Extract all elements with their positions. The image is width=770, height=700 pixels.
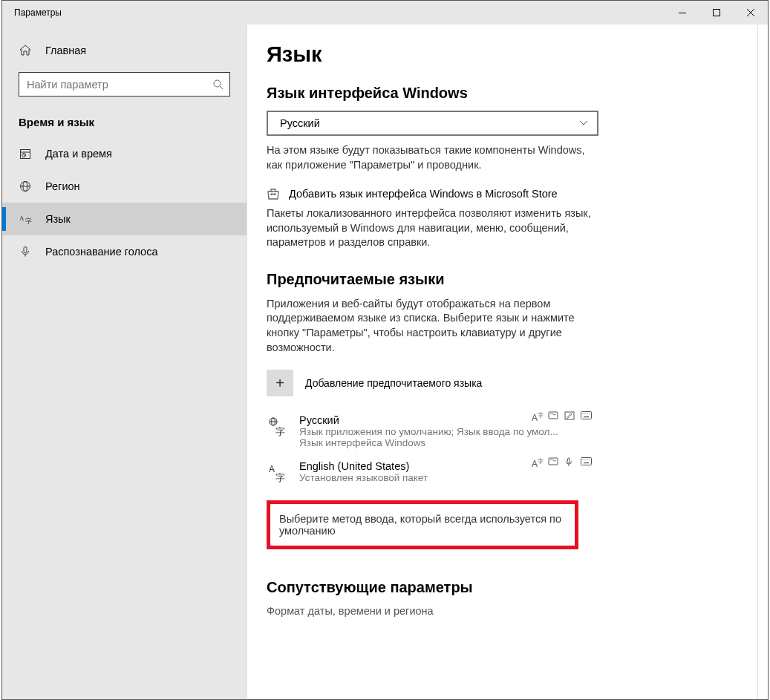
svg-text:A: A	[269, 464, 275, 474]
language-glyph-icon: 字	[267, 416, 289, 438]
close-button[interactable]	[734, 1, 768, 24]
svg-rect-21	[549, 412, 558, 419]
sidebar: Главная Время и язык Дата и время Регион…	[2, 1, 247, 699]
display-language-desc: На этом языке будут показываться такие к…	[267, 143, 601, 172]
globe-icon	[19, 180, 32, 193]
svg-point-35	[582, 459, 583, 459]
mic-icon	[19, 245, 32, 258]
sidebar-item-datetime[interactable]: Дата и время	[2, 137, 247, 170]
search-input[interactable]	[19, 72, 230, 97]
svg-text:字: 字	[25, 217, 32, 225]
plus-icon: +	[267, 370, 293, 396]
svg-point-25	[584, 413, 585, 413]
sidebar-item-language[interactable]: A字 Язык	[2, 203, 247, 235]
maximize-button[interactable]	[699, 1, 734, 24]
language-item-russian[interactable]: 字 Русский Язык приложения по умолчанию; …	[267, 408, 597, 454]
svg-point-38	[589, 459, 590, 459]
nav-home-label: Главная	[45, 45, 86, 56]
feature-speech-icon	[564, 457, 576, 469]
add-language-label: Добавление предпочитаемого языка	[305, 377, 482, 389]
sidebar-item-speech[interactable]: Распознавание голоса	[2, 235, 247, 268]
language-features: A字	[532, 411, 593, 423]
sidebar-section-header: Время и язык	[2, 110, 247, 137]
calendar-icon	[19, 147, 32, 160]
default-input-method-link[interactable]: Выберите метод ввода, который всегда исп…	[267, 500, 578, 549]
svg-rect-16	[274, 194, 276, 196]
svg-rect-0	[679, 13, 686, 13]
store-icon	[267, 187, 280, 200]
svg-rect-15	[271, 194, 273, 196]
nav-home[interactable]: Главная	[2, 35, 247, 66]
language-features: A字	[532, 457, 593, 469]
svg-rect-13	[24, 247, 27, 253]
page-title: Язык	[267, 42, 745, 67]
preferred-languages-desc: Приложения и веб-сайты будут отображатьс…	[267, 297, 578, 355]
content-area: Язык Язык интерфейса Windows Русский На …	[247, 1, 768, 699]
sidebar-item-label: Распознавание голоса	[45, 246, 158, 258]
language-glyph-icon: A字	[267, 462, 289, 484]
svg-point-37	[587, 459, 587, 459]
store-link[interactable]: Добавить язык интерфейса Windows в Micro…	[267, 187, 745, 200]
minimize-button[interactable]	[665, 1, 699, 24]
store-link-text: Добавить язык интерфейса Windows в Micro…	[289, 188, 558, 200]
svg-rect-23	[581, 412, 592, 419]
feature-handwriting-icon	[564, 411, 576, 423]
svg-point-24	[582, 413, 583, 413]
svg-text:字: 字	[275, 426, 285, 436]
related-settings-title: Сопутствующие параметры	[267, 579, 745, 596]
display-language-dropdown[interactable]: Русский	[267, 111, 598, 136]
home-icon	[19, 44, 32, 57]
search-field[interactable]	[27, 79, 213, 91]
sidebar-item-region[interactable]: Регион	[2, 170, 247, 203]
preferred-languages-title: Предпочитаемые языки	[267, 271, 745, 288]
store-desc: Пакеты локализованного интерфейса позвол…	[267, 206, 601, 250]
language-sub: Установлен языковой пакет	[299, 472, 597, 483]
svg-rect-31	[549, 458, 558, 465]
dropdown-selected: Русский	[280, 117, 320, 129]
svg-rect-32	[568, 458, 570, 462]
display-language-title: Язык интерфейса Windows	[267, 85, 745, 102]
feature-display-icon: A字	[532, 411, 544, 423]
language-sub: Язык интерфейса Windows	[299, 437, 597, 448]
feature-keyboard-icon	[581, 457, 593, 469]
language-sub: Язык приложения по умолчанию; Язык ввода…	[299, 426, 597, 437]
search-icon	[213, 79, 224, 90]
svg-point-26	[587, 413, 587, 413]
feature-display-icon: A字	[532, 457, 544, 469]
svg-point-2	[214, 80, 221, 87]
svg-point-27	[589, 413, 590, 413]
feature-tts-icon	[548, 457, 560, 469]
language-item-english[interactable]: A字 English (United States) Установлен яз…	[267, 454, 597, 490]
svg-rect-39	[584, 462, 589, 463]
sidebar-item-label: Язык	[45, 213, 71, 225]
svg-rect-22	[565, 412, 574, 419]
svg-text:A: A	[19, 215, 25, 222]
add-language-button[interactable]: + Добавление предпочитаемого языка	[267, 370, 745, 396]
svg-rect-1	[714, 10, 720, 16]
sidebar-item-label: Регион	[45, 180, 80, 192]
date-time-region-format-link[interactable]: Формат даты, времени и региона	[267, 605, 745, 617]
svg-line-7	[24, 155, 25, 156]
feature-tts-icon	[548, 411, 560, 423]
feature-keyboard-icon	[581, 411, 593, 423]
sidebar-item-label: Дата и время	[45, 148, 112, 160]
chevron-down-icon	[579, 120, 588, 126]
svg-text:字: 字	[275, 472, 285, 483]
svg-point-36	[584, 459, 585, 459]
svg-rect-34	[581, 458, 592, 465]
svg-rect-28	[584, 416, 589, 417]
window-title: Параметры	[14, 7, 62, 18]
language-icon: A字	[19, 212, 32, 226]
scrollbar[interactable]	[757, 24, 768, 699]
link-text: Выберите метод ввода, который всегда исп…	[279, 513, 561, 537]
